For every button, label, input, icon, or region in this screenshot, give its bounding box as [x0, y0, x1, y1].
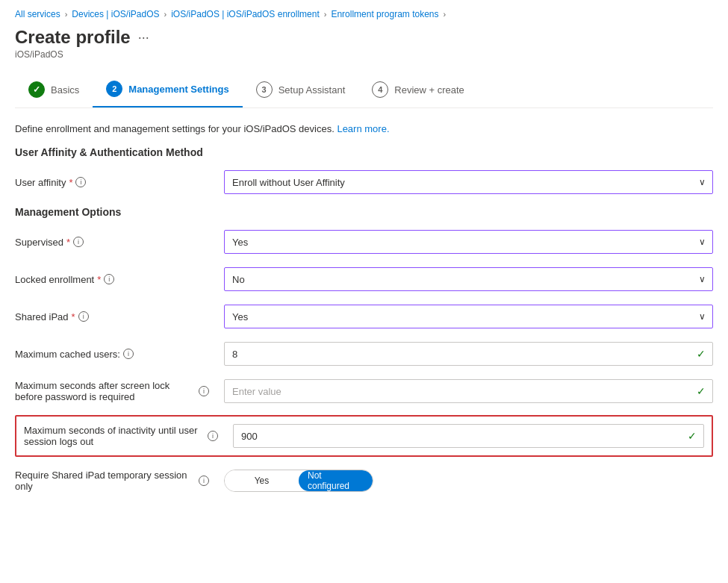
- breadcrumb-sep-4: ›: [444, 10, 447, 19]
- supervised-dropdown-wrapper: Yes No ∨: [224, 230, 713, 254]
- user-affinity-heading: User Affinity & Authentication Method: [15, 146, 713, 158]
- max-seconds-screen-lock-label: Maximum seconds after screen lock before…: [15, 380, 209, 402]
- wizard-step-management[interactable]: 2 Management Settings: [93, 73, 242, 107]
- temporary-session-row: Require Shared iPad temporary session on…: [15, 467, 713, 494]
- shared-ipad-dropdown-wrapper: Yes No ∨: [224, 305, 713, 328]
- breadcrumb-sep-3: ›: [324, 10, 327, 19]
- supervised-dropdown[interactable]: Yes No: [224, 230, 713, 254]
- step-label-basics: Basics: [51, 84, 79, 96]
- breadcrumb-enrollment[interactable]: iOS/iPadOS | iOS/iPadOS enrollment: [171, 9, 320, 19]
- step-circle-basics: ✓: [28, 81, 45, 98]
- supervised-required: *: [66, 237, 70, 248]
- step-label-setup: Setup Assistant: [279, 84, 346, 96]
- supervised-control: Yes No ∨: [224, 230, 713, 254]
- shared-ipad-control: Yes No ∨: [224, 305, 713, 328]
- step-circle-management: 2: [106, 81, 122, 97]
- max-inactivity-input[interactable]: [233, 424, 704, 448]
- max-cached-users-label: Maximum cached users: i: [15, 349, 209, 360]
- user-affinity-control: Enroll without User Affinity Enroll with…: [224, 170, 713, 194]
- temporary-session-label: Require Shared iPad temporary session on…: [15, 470, 209, 492]
- page-title: Create profile: [15, 27, 131, 48]
- locked-enrollment-dropdown[interactable]: No Yes: [224, 267, 713, 291]
- step-number-management: 2: [112, 84, 116, 93]
- step-circle-review: 4: [372, 81, 388, 98]
- max-inactivity-label: Maximum seconds of inactivity until user…: [24, 425, 218, 447]
- locked-enrollment-dropdown-wrapper: No Yes ∨: [224, 267, 713, 291]
- breadcrumb-sep-1: ›: [65, 10, 68, 19]
- temporary-session-toggle: Yes Not configured: [224, 470, 373, 492]
- user-affinity-required: *: [69, 177, 72, 188]
- section-description: Define enrollment and management setting…: [15, 123, 713, 134]
- supervised-row: Supervised * i Yes No ∨: [15, 228, 713, 255]
- max-inactivity-highlighted-row: Maximum seconds of inactivity until user…: [15, 415, 713, 457]
- ellipsis-menu-icon[interactable]: ···: [138, 30, 149, 46]
- page-subtitle: iOS/iPadOS: [15, 49, 713, 60]
- check-icon: ✓: [697, 385, 706, 397]
- management-options-heading: Management Options: [15, 206, 713, 218]
- shared-ipad-dropdown[interactable]: Yes No: [224, 305, 713, 328]
- check-icon: ✓: [697, 348, 706, 360]
- check-icon: ✓: [688, 430, 697, 442]
- shared-ipad-required: *: [72, 311, 75, 322]
- page-header: Create profile ···: [15, 27, 713, 48]
- step-number-review: 4: [378, 85, 382, 94]
- wizard-steps: ✓ Basics 2 Management Settings 3 Setup A…: [15, 73, 713, 108]
- toggle-not-configured-option[interactable]: Not configured: [299, 470, 373, 491]
- max-cached-users-input[interactable]: [224, 342, 713, 366]
- toggle-yes-option[interactable]: Yes: [225, 470, 299, 491]
- locked-enrollment-label: Locked enrollment * i: [15, 274, 209, 285]
- wizard-step-setup[interactable]: 3 Setup Assistant: [243, 74, 359, 107]
- shared-ipad-info-icon[interactable]: i: [78, 311, 89, 322]
- user-affinity-label: User affinity * i: [15, 177, 209, 188]
- locked-enrollment-row: Locked enrollment * i No Yes ∨: [15, 266, 713, 293]
- locked-enrollment-required: *: [97, 274, 101, 285]
- breadcrumb-sep-2: ›: [164, 10, 167, 19]
- breadcrumb-tokens[interactable]: Enrollment program tokens: [331, 9, 438, 19]
- max-seconds-screen-lock-info-icon[interactable]: i: [199, 386, 209, 396]
- breadcrumb-devices-ios[interactable]: Devices | iOS/iPadOS: [72, 9, 159, 19]
- wizard-step-review[interactable]: 4 Review + create: [358, 74, 478, 107]
- step-circle-setup: 3: [256, 81, 273, 98]
- max-inactivity-input-wrapper: ✓: [233, 424, 704, 448]
- max-seconds-screen-lock-input[interactable]: [224, 379, 713, 403]
- shared-ipad-label: Shared iPad * i: [15, 311, 209, 322]
- check-icon: ✓: [33, 84, 40, 95]
- max-cached-users-info-icon[interactable]: i: [123, 349, 134, 359]
- user-affinity-dropdown-wrapper: Enroll without User Affinity Enroll with…: [224, 170, 713, 194]
- max-seconds-screen-lock-row: Maximum seconds after screen lock before…: [15, 378, 713, 405]
- locked-enrollment-control: No Yes ∨: [224, 267, 713, 291]
- supervised-info-icon[interactable]: i: [73, 237, 84, 247]
- temporary-session-info-icon[interactable]: i: [199, 476, 209, 486]
- breadcrumb-all-services[interactable]: All services: [15, 9, 60, 19]
- learn-more-link[interactable]: Learn more.: [337, 123, 389, 134]
- max-inactivity-control: ✓: [233, 424, 704, 448]
- breadcrumb: All services › Devices | iOS/iPadOS › iO…: [15, 0, 713, 27]
- user-affinity-dropdown[interactable]: Enroll without User Affinity Enroll with…: [224, 170, 713, 194]
- step-number-setup: 3: [262, 85, 267, 94]
- max-inactivity-info-icon[interactable]: i: [208, 431, 218, 441]
- step-label-review: Review + create: [394, 84, 464, 96]
- max-cached-users-input-wrapper: ✓: [224, 342, 713, 366]
- max-seconds-screen-lock-control: ✓: [224, 379, 713, 403]
- max-cached-users-control: ✓: [224, 342, 713, 366]
- wizard-step-basics[interactable]: ✓ Basics: [15, 74, 93, 107]
- temporary-session-control: Yes Not configured: [224, 470, 713, 492]
- shared-ipad-row: Shared iPad * i Yes No ∨: [15, 303, 713, 330]
- max-seconds-screen-lock-input-wrapper: ✓: [224, 379, 713, 403]
- max-inactivity-row: Maximum seconds of inactivity until user…: [24, 423, 704, 449]
- user-affinity-info-icon[interactable]: i: [75, 177, 86, 187]
- max-cached-users-row: Maximum cached users: i ✓: [15, 340, 713, 367]
- locked-enrollment-info-icon[interactable]: i: [104, 274, 114, 284]
- supervised-label: Supervised * i: [15, 237, 209, 248]
- user-affinity-row: User affinity * i Enroll without User Af…: [15, 169, 713, 196]
- step-label-management: Management Settings: [128, 84, 228, 95]
